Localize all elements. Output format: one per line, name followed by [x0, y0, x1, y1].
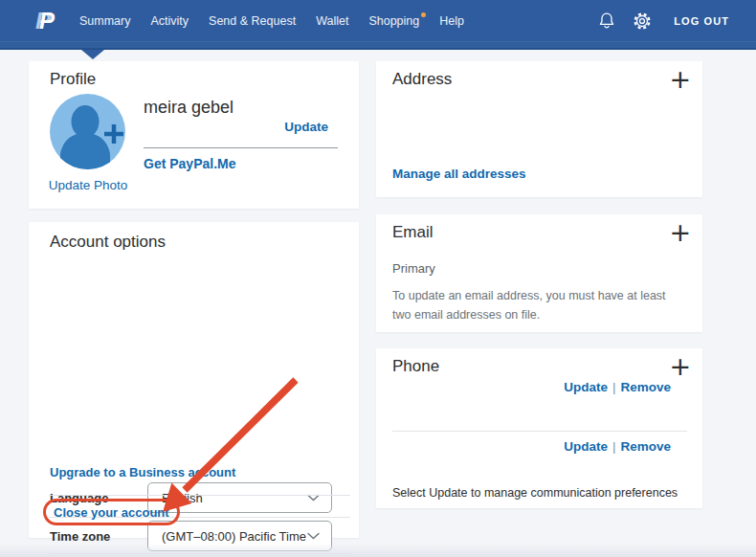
phone-update-link[interactable]: Update — [564, 439, 608, 454]
top-nav: P P Summary Activity Send & Request Wall… — [0, 0, 756, 50]
separator: | — [608, 439, 621, 454]
account-options-card: Account options Language English Time zo… — [29, 222, 359, 538]
paypal-logo-icon[interactable]: P P — [35, 7, 60, 35]
email-primary-label: Primary — [392, 261, 435, 276]
phone-update-link[interactable]: Update — [564, 380, 608, 394]
divider — [49, 495, 350, 496]
phone-card-title: Phone — [392, 357, 439, 376]
avatar[interactable] — [50, 94, 125, 169]
add-phone-button plus-icon[interactable]: + — [669, 352, 691, 381]
profile-name: meira gebel — [144, 98, 233, 118]
paypal-logo-front-p: P — [39, 7, 55, 35]
profile-card: Profile Update Photo meira gebel Update … — [29, 61, 359, 209]
chevron-down-icon — [307, 532, 320, 540]
shopping-notification-dot — [421, 12, 426, 17]
page-bottom-fade — [0, 544, 756, 557]
log-out-button[interactable]: LOG OUT — [674, 15, 729, 27]
phone-remove-link[interactable]: Remove — [620, 439, 671, 454]
address-card: Address + Manage all addresses — [376, 61, 702, 197]
timezone-label: Time zone — [50, 529, 110, 544]
manage-all-addresses-link[interactable]: Manage all addresses — [392, 167, 526, 181]
active-tab-caret-icon — [81, 50, 104, 59]
nav-item-help[interactable]: Help — [439, 0, 464, 42]
phone-remove-link[interactable]: Remove — [620, 380, 671, 394]
nav-item-summary[interactable]: Summary — [79, 0, 130, 42]
nav-item-shopping[interactable]: Shopping — [368, 0, 419, 42]
address-card-title: Address — [392, 70, 452, 89]
email-card: Email + Primary To update an email addre… — [376, 214, 702, 332]
gear-icon[interactable] — [631, 10, 654, 33]
divider — [392, 431, 687, 432]
nav-item-activity[interactable]: Activity — [150, 0, 189, 42]
update-photo-link[interactable]: Update Photo — [38, 178, 138, 192]
bell-icon[interactable] — [595, 10, 618, 33]
add-email-button plus-icon[interactable]: + — [669, 218, 691, 247]
phone-card: Phone + Update|Remove Update|Remove Sele… — [376, 348, 702, 508]
language-select-value: English — [162, 491, 307, 505]
add-address-button plus-icon[interactable]: + — [669, 65, 691, 94]
phone-row-1-actions: Update|Remove — [564, 380, 671, 394]
phone-row-2-actions: Update|Remove — [564, 439, 671, 454]
phone-note: Select Update to manage communication pr… — [392, 486, 678, 500]
nav-item-wallet[interactable]: Wallet — [316, 0, 348, 42]
upgrade-business-account-link[interactable]: Upgrade to a Business account — [50, 465, 235, 479]
nav-item-shopping-label: Shopping — [368, 14, 419, 28]
profile-card-title: Profile — [50, 70, 96, 89]
account-options-title: Account options — [50, 233, 166, 252]
nav-items: Summary Activity Send & Request Wallet S… — [79, 0, 464, 42]
profile-update-link[interactable]: Update — [284, 120, 328, 134]
separator: | — [608, 380, 621, 394]
get-paypalme-link[interactable]: Get PayPal.Me — [144, 156, 236, 171]
nav-item-send-request[interactable]: Send & Request — [209, 0, 296, 42]
nav-bottom-strip — [0, 41, 756, 50]
email-card-title: Email — [392, 223, 434, 242]
divider — [144, 147, 338, 148]
close-account-annotation-circle: Close your account — [43, 499, 180, 525]
email-note: To update an email address, you must hav… — [392, 287, 686, 324]
close-your-account-link[interactable]: Close your account — [54, 505, 169, 520]
timezone-select-value: (GMT–08:00) Pacific Time — [162, 529, 307, 544]
